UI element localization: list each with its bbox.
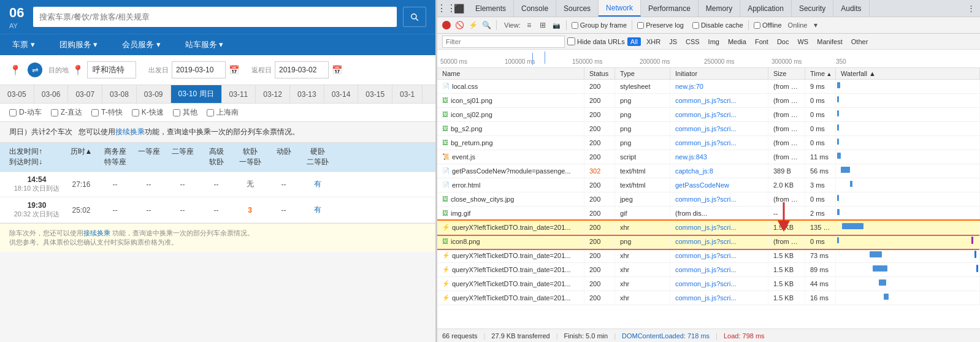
- th-waterfall[interactable]: Waterfall ▲: [836, 68, 980, 79]
- network-row-event-js[interactable]: 📜 event.js 200 script new.js:843 (from d…: [437, 150, 980, 164]
- filter-shanghai-checkbox[interactable]: [207, 109, 214, 116]
- search-button[interactable]: [403, 7, 426, 27]
- network-throttle-icon[interactable]: ▾: [811, 20, 821, 30]
- return-calendar-icon[interactable]: 📅: [332, 65, 342, 75]
- network-row-query-4[interactable]: ⚡ queryX?leftTicketDTO.train_date=201...…: [437, 277, 980, 291]
- th-type[interactable]: Type: [615, 68, 670, 79]
- network-row-query-5[interactable]: ⚡ queryX?leftTicketDTO.train_date=201...…: [437, 291, 980, 305]
- tab-elements[interactable]: Elements: [468, 0, 514, 17]
- nav-station[interactable]: 站车服务 ▾: [173, 34, 236, 55]
- nav-tickets[interactable]: 车票 ▾: [0, 34, 47, 55]
- tab-performance[interactable]: Performance: [641, 0, 699, 17]
- network-row-error-html[interactable]: 📄 error.html 200 text/html getPassCodeNe…: [437, 178, 980, 192]
- network-row-bg-s2[interactable]: 🖼 bg_s2.png 200 png common_js.js?scri...…: [437, 122, 980, 136]
- network-row-icon-sj01[interactable]: 🖼 icon_sj01.png 200 png common_js.js?scr…: [437, 94, 980, 108]
- tab-memory[interactable]: Memory: [699, 0, 740, 17]
- filter-media-button[interactable]: Media: [725, 37, 749, 46]
- row-initiator[interactable]: new.js:70: [670, 80, 768, 93]
- tab-network[interactable]: Network: [599, 0, 641, 17]
- filter-t-checkbox[interactable]: [91, 109, 99, 116]
- filter-ws-button[interactable]: WS: [794, 37, 811, 46]
- filter-other-button[interactable]: Other: [848, 37, 871, 46]
- transfer-link[interactable]: 接续换乘: [115, 127, 145, 136]
- network-row-close-show[interactable]: 🖼 close_show_citys.jpg 200 jpeg common_j…: [437, 192, 980, 207]
- filter-z-checkbox[interactable]: [51, 109, 58, 116]
- date-tab-031x[interactable]: 03-1: [392, 85, 423, 103]
- network-row-local-css[interactable]: 📄 local.css 200 stylesheet new.js:70 (fr…: [437, 80, 980, 94]
- tab-security[interactable]: Security: [792, 0, 833, 17]
- tab-application[interactable]: Application: [740, 0, 792, 17]
- depart-calendar-icon[interactable]: 📅: [229, 65, 239, 75]
- date-tab-0307[interactable]: 03-07: [68, 85, 102, 103]
- return-date-input[interactable]: [275, 61, 329, 78]
- view-grid-icon[interactable]: ⊞: [538, 20, 548, 30]
- row-initiator[interactable]: common_js.js?scri...: [670, 221, 768, 234]
- clear-button[interactable]: 🚫: [454, 20, 464, 30]
- network-row-bg-return[interactable]: 🖼 bg_return.png 200 png common_js.js?scr…: [437, 136, 980, 150]
- soft-2[interactable]: 3: [233, 206, 267, 215]
- filter-img-button[interactable]: Img: [705, 37, 722, 46]
- network-row-img-gif[interactable]: 🖼 img.gif 200 gif (from dis... -- 2 ms: [437, 207, 980, 221]
- filter-font-button[interactable]: Font: [752, 37, 771, 46]
- devtools-dock-icon[interactable]: ⬛: [453, 3, 464, 14]
- th-time[interactable]: Time: [805, 68, 836, 79]
- depart-date-input[interactable]: [172, 61, 226, 78]
- view-list-icon[interactable]: ≡: [524, 20, 534, 30]
- nav-member[interactable]: 会员服务 ▾: [110, 34, 173, 55]
- group-by-frame-input[interactable]: [572, 22, 578, 29]
- th-status[interactable]: Status: [584, 68, 615, 79]
- row-initiator[interactable]: common_js.js?scri...: [670, 291, 768, 305]
- row-initiator[interactable]: getPassCodeNew: [670, 178, 768, 192]
- row-initiator[interactable]: common_js.js?scri...: [670, 192, 768, 206]
- network-row-getpasscode[interactable]: 📄 getPassCodeNew?module=passenge... 302 …: [437, 164, 980, 178]
- disable-cache-input[interactable]: [692, 22, 699, 29]
- date-tab-0308[interactable]: 03-08: [102, 85, 137, 103]
- row-initiator[interactable]: common_js.js?scri...: [670, 235, 768, 248]
- date-tab-0313[interactable]: 03-13: [290, 85, 324, 103]
- th-name[interactable]: Name: [437, 68, 584, 79]
- filter-xhr-button[interactable]: XHR: [643, 37, 664, 46]
- search-input[interactable]: [33, 7, 397, 27]
- filter-other-checkbox[interactable]: [173, 109, 180, 116]
- row-initiator[interactable]: common_js.js?scri...: [670, 263, 768, 276]
- tab-sources[interactable]: Sources: [556, 0, 599, 17]
- network-row-icon8[interactable]: 🖼 icon8.png 200 png common_js.js?scri...…: [437, 235, 980, 249]
- filter-css-button[interactable]: CSS: [683, 37, 703, 46]
- row-initiator[interactable]: captcha_js:8: [670, 164, 768, 178]
- th-initiator[interactable]: Initiator: [670, 68, 768, 79]
- row-initiator[interactable]: common_js.js?scri...: [670, 249, 768, 262]
- filter-manifest-button[interactable]: Manifest: [814, 37, 846, 46]
- tab-audits[interactable]: Audits: [833, 0, 869, 17]
- network-filter-input[interactable]: [442, 36, 565, 48]
- filter-icon[interactable]: ⚡: [468, 20, 478, 30]
- date-tab-0306[interactable]: 03-06: [34, 85, 69, 103]
- filter-all-button[interactable]: All: [627, 37, 641, 46]
- search-icon[interactable]: 🔍: [481, 20, 491, 30]
- dest-input[interactable]: [87, 61, 136, 78]
- transfer-link-2[interactable]: 接续换乘: [83, 229, 110, 237]
- filter-doc-button[interactable]: Doc: [774, 37, 792, 46]
- devtools-menu-icon[interactable]: ⋮⋮: [441, 3, 452, 14]
- date-tab-0309[interactable]: 03-09: [137, 85, 171, 103]
- date-tab-0305[interactable]: 03-05: [0, 85, 34, 103]
- th-size[interactable]: Size: [768, 68, 805, 79]
- row-initiator[interactable]: common_js.js?scri...: [670, 136, 768, 150]
- swap-button[interactable]: ⇌: [28, 63, 42, 77]
- preserve-log-input[interactable]: [637, 22, 644, 29]
- nav-group[interactable]: 团购服务 ▾: [47, 34, 110, 55]
- devtools-more-icon[interactable]: ⋮: [965, 3, 976, 14]
- offline-input[interactable]: [754, 22, 760, 29]
- row-initiator[interactable]: common_js.js?scri...: [670, 108, 768, 121]
- hard-1[interactable]: 有: [301, 179, 334, 189]
- network-row-query-3[interactable]: ⚡ queryX?leftTicketDTO.train_date=201...…: [437, 263, 980, 277]
- filter-k-checkbox[interactable]: [132, 109, 139, 116]
- view-screenshot-icon[interactable]: 📷: [551, 20, 561, 30]
- hard-2[interactable]: 有: [301, 205, 334, 215]
- record-button[interactable]: [442, 21, 451, 29]
- row-initiator[interactable]: common_js.js?scri...: [670, 122, 768, 135]
- date-tab-0311[interactable]: 03-11: [222, 85, 256, 103]
- date-tab-0310[interactable]: 03-10 周日: [171, 85, 222, 103]
- network-row-query-2[interactable]: ⚡ queryX?leftTicketDTO.train_date=201...…: [437, 249, 980, 263]
- date-tab-0315[interactable]: 03-15: [358, 85, 392, 103]
- hide-data-urls-input[interactable]: [567, 37, 575, 45]
